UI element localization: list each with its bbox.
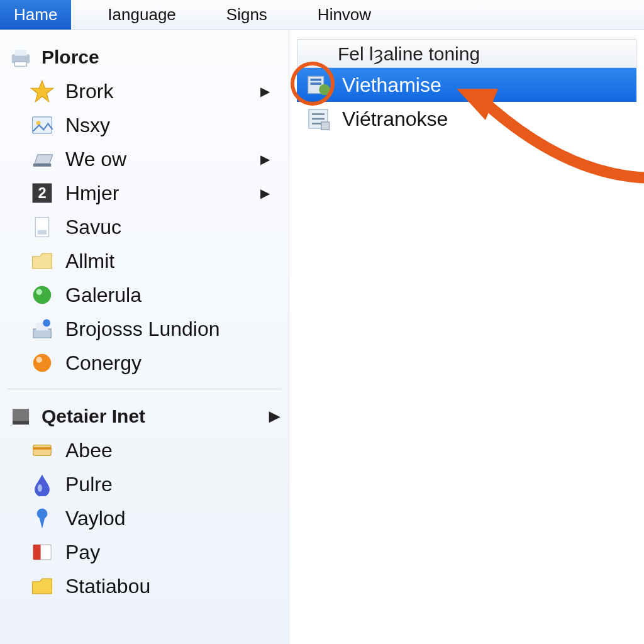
sidebar-item-label: Statiabou xyxy=(65,575,150,598)
red-card-icon xyxy=(30,540,54,564)
sidebar-item-label: Abee xyxy=(65,439,113,462)
svg-rect-20 xyxy=(13,421,29,425)
menu-label: Hinvow xyxy=(318,5,371,25)
menu-language[interactable]: Ianguage xyxy=(94,0,189,30)
svg-point-18 xyxy=(36,357,43,364)
sidebar-item-allmit[interactable]: Allmit xyxy=(5,244,284,278)
menu-label: Signs xyxy=(226,5,267,25)
sidebar-item-label: Galerula xyxy=(65,284,142,307)
svg-marker-3 xyxy=(31,80,53,101)
config-icon xyxy=(306,72,331,97)
sidebar: Plorce Brork ▶ Nsxy We ow ▶ 2 Hmjer ▶ Sa… xyxy=(0,30,289,644)
chevron-right-icon: ▶ xyxy=(260,84,270,99)
star-icon xyxy=(30,79,54,103)
main-split: Plorce Brork ▶ Nsxy We ow ▶ 2 Hmjer ▶ Sa… xyxy=(0,30,644,644)
list-icon xyxy=(306,106,331,131)
sidebar-item-savuc[interactable]: Savuc xyxy=(5,210,284,244)
sidebar-item-label: Pulre xyxy=(65,473,113,496)
svg-point-13 xyxy=(36,289,43,296)
sidebar-item-nsxy[interactable]: Nsxy xyxy=(5,108,284,142)
list-row-viethamise[interactable]: Viethamise xyxy=(297,68,636,102)
svg-rect-22 xyxy=(33,447,52,450)
scanner-icon xyxy=(30,147,54,171)
sidebar-item-conergy[interactable]: Conergy xyxy=(5,346,284,380)
sidebar-item-pay[interactable]: Pay xyxy=(5,535,284,569)
svg-point-23 xyxy=(38,484,42,492)
sidebar-item-label: Conergy xyxy=(65,352,142,375)
svg-point-31 xyxy=(319,84,330,96)
sidebar-item-label: Pay xyxy=(65,541,100,564)
sidebar-item-vaylod[interactable]: Vaylod xyxy=(5,501,284,535)
sidebar-item-pulre[interactable]: Pulre xyxy=(5,467,284,501)
menubar: Hame Ianguage Signs Hinvow xyxy=(0,0,644,30)
sidebar-item-label: We ow xyxy=(65,148,126,171)
folder-y-icon xyxy=(30,574,54,598)
page-icon xyxy=(30,215,54,239)
sidebar-item-label: Brork xyxy=(65,80,113,103)
svg-point-17 xyxy=(33,354,52,372)
card-icon xyxy=(30,438,54,462)
photo-icon xyxy=(30,113,54,137)
svg-rect-11 xyxy=(38,230,47,235)
two-box-icon: 2 xyxy=(30,181,54,205)
svg-marker-6 xyxy=(35,155,53,164)
sidebar-item-label: Hmjer xyxy=(65,182,119,205)
svg-point-5 xyxy=(36,121,41,125)
list-row-vietranokse[interactable]: Viétranokse xyxy=(297,102,636,136)
sidebar-item-brork[interactable]: Brork ▶ xyxy=(5,74,284,108)
svg-marker-25 xyxy=(39,517,45,529)
chevron-right-icon: ▶ xyxy=(260,186,270,201)
sidebar-item-label: Allmit xyxy=(65,250,114,273)
sidebar-item-galerula[interactable]: Galerula xyxy=(5,278,284,312)
svg-rect-1 xyxy=(15,50,27,56)
sidebar-item-label: Vaylod xyxy=(65,507,125,530)
svg-point-16 xyxy=(43,319,50,327)
svg-text:2: 2 xyxy=(38,184,46,201)
drive-icon xyxy=(9,404,33,428)
list-row-label: Viethamise xyxy=(342,74,441,97)
sidebar-item-label: Savuc xyxy=(65,216,121,239)
printer-icon xyxy=(9,45,33,69)
svg-rect-21 xyxy=(33,445,52,456)
column-header-label: Fel lȝaline toning xyxy=(338,43,480,65)
svg-rect-2 xyxy=(15,62,27,66)
list-row-label: Viétranokse xyxy=(342,108,448,131)
menu-hinvow[interactable]: Hinvow xyxy=(304,0,385,30)
chevron-right-icon: ▶ xyxy=(269,408,280,425)
menu-signs[interactable]: Signs xyxy=(213,0,281,30)
sidebar-item-statiabou[interactable]: Statiabou xyxy=(5,569,284,603)
sidebar-item-brojosss[interactable]: Brojosss Lundion xyxy=(5,312,284,346)
content-pane: Fel lȝaline toning Viethamise Viétranoks… xyxy=(289,30,644,644)
column-header[interactable]: Fel lȝaline toning xyxy=(297,39,636,68)
sidebar-item-label: Brojosss Lundion xyxy=(65,318,219,341)
sidebar-item-abee[interactable]: Abee xyxy=(5,433,284,467)
sidebar-group-qetaier[interactable]: Qetaier Inet ▶ xyxy=(5,401,284,433)
sidebar-item-hmjer[interactable]: 2 Hmjer ▶ xyxy=(5,176,284,210)
folder-icon xyxy=(30,249,54,273)
svg-rect-30 xyxy=(311,82,322,85)
svg-rect-19 xyxy=(13,409,29,421)
inbox-pin-icon xyxy=(30,317,54,341)
drop-icon xyxy=(30,472,54,496)
sidebar-group-label: Plorce xyxy=(42,47,99,68)
svg-rect-27 xyxy=(33,545,41,560)
sidebar-group-label: Qetaier Inet xyxy=(42,406,145,427)
svg-rect-7 xyxy=(33,164,52,167)
orange-dot-icon xyxy=(30,351,54,375)
svg-rect-29 xyxy=(311,79,322,81)
menu-label: Hame xyxy=(14,5,57,25)
svg-rect-36 xyxy=(321,122,330,130)
chevron-right-icon: ▶ xyxy=(260,152,270,167)
sidebar-group-plorce[interactable]: Plorce xyxy=(5,42,284,74)
green-dot-icon xyxy=(30,283,54,307)
sidebar-item-weow[interactable]: We ow ▶ xyxy=(5,142,284,176)
menu-label: Ianguage xyxy=(108,5,175,25)
menu-hame[interactable]: Hame xyxy=(0,0,71,30)
sidebar-divider xyxy=(8,389,281,389)
pin-icon xyxy=(30,506,54,530)
sidebar-item-label: Nsxy xyxy=(65,114,110,137)
svg-point-12 xyxy=(33,286,52,304)
